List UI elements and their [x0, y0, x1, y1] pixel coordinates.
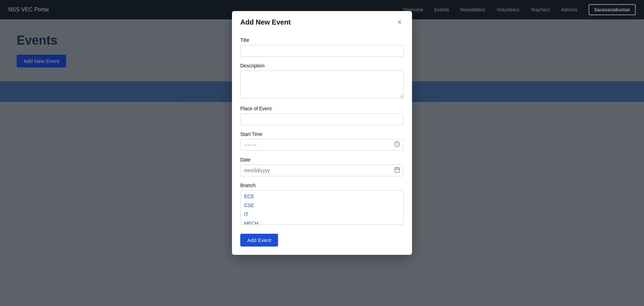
- title-field-group: Title: [240, 37, 404, 57]
- description-input[interactable]: [240, 71, 404, 98]
- modal-close-button[interactable]: ×: [395, 18, 404, 26]
- title-label: Title: [240, 37, 404, 43]
- branch-label: Branch: [240, 183, 404, 188]
- place-label: Place of Event: [240, 106, 404, 111]
- start-time-wrapper: [240, 139, 404, 151]
- date-input[interactable]: [240, 165, 404, 176]
- modal-body: Title Description Place of Event Start T…: [232, 32, 412, 255]
- branch-select[interactable]: ECE CSE IT MECH EEE: [240, 190, 404, 225]
- branch-option-ece[interactable]: ECE: [241, 192, 403, 201]
- title-input[interactable]: [240, 45, 404, 57]
- start-time-field-group: Start Time: [240, 131, 404, 151]
- modal-overlay: Add New Event × Title Description Place …: [0, 0, 644, 306]
- branch-field-group: Branch ECE CSE IT MECH EEE: [240, 183, 404, 225]
- date-field-group: Date: [240, 157, 404, 176]
- branch-option-it[interactable]: IT: [241, 210, 403, 219]
- place-field-group: Place of Event: [240, 106, 404, 125]
- branch-option-mech[interactable]: MECH: [241, 219, 403, 225]
- place-input[interactable]: [240, 113, 404, 125]
- branch-option-cse[interactable]: CSE: [241, 201, 403, 210]
- start-time-label: Start Time: [240, 131, 404, 137]
- description-label: Description: [240, 63, 404, 68]
- modal-title: Add New Event: [240, 18, 291, 26]
- description-field-group: Description: [240, 63, 404, 100]
- date-label: Date: [240, 157, 404, 163]
- start-time-input[interactable]: [240, 139, 404, 151]
- date-wrapper: [240, 165, 404, 176]
- add-event-submit-button[interactable]: Add Event: [240, 234, 278, 247]
- add-event-modal: Add New Event × Title Description Place …: [232, 11, 412, 255]
- modal-header: Add New Event ×: [232, 11, 412, 32]
